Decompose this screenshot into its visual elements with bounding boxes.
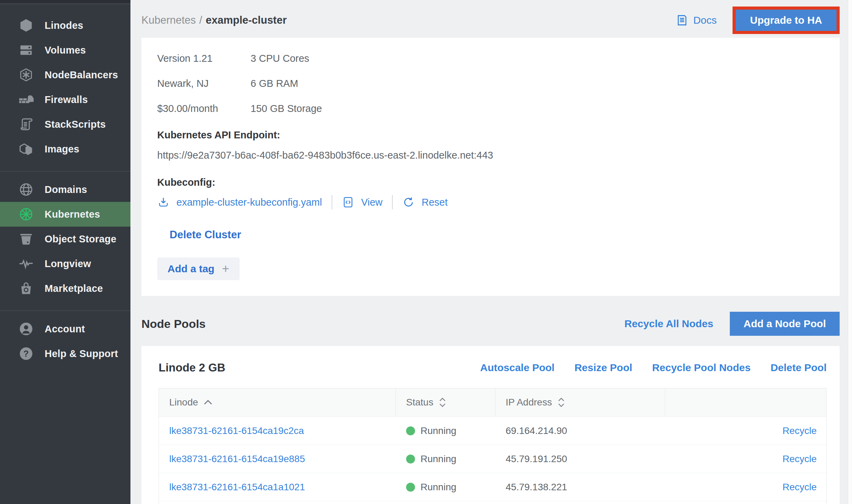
- images-icon: [18, 141, 34, 157]
- stackscript-icon: [18, 116, 34, 133]
- sidebar-item-nodebalancers[interactable]: NodeBalancers: [0, 62, 130, 87]
- column-header-actions: [665, 388, 826, 416]
- column-header-ip-address[interactable]: IP Address: [495, 388, 665, 416]
- account-icon: [18, 321, 34, 337]
- sidebar-top-strip: [0, 0, 130, 4]
- kubeconfig-download-link[interactable]: example-cluster-kubeconfig.yaml: [176, 197, 322, 208]
- nodebalancer-icon: [18, 67, 34, 83]
- node-action-cell: Recycle: [665, 482, 826, 493]
- status-running-dot: [406, 455, 415, 463]
- table-row: lke38731-62161-6154ca19c2ca Running 69.1…: [159, 416, 826, 445]
- page-header: Kubernetes/example-cluster Docs Upgrade …: [141, 0, 840, 33]
- node-link[interactable]: lke38731-62161-6154ca1a1021: [169, 482, 305, 492]
- recycle-all-nodes-link[interactable]: Recycle All Nodes: [624, 318, 713, 330]
- sidebar-item-kubernetes[interactable]: Kubernetes: [0, 202, 130, 227]
- recycle-node-link[interactable]: Recycle: [782, 454, 817, 464]
- node-pools-header: Node Pools Recycle All Nodes Add a Node …: [141, 312, 840, 336]
- sidebar-item-label: Kubernetes: [45, 209, 100, 220]
- sidebar-item-label: Volumes: [45, 45, 86, 56]
- sidebar-item-help-support[interactable]: ? Help & Support: [0, 341, 130, 366]
- status-label: Running: [421, 482, 456, 493]
- sidebar-item-object-storage[interactable]: Object Storage: [0, 227, 130, 251]
- node-link[interactable]: lke38731-62161-6154ca19c2ca: [169, 425, 304, 436]
- upgrade-to-ha-button[interactable]: Upgrade to HA: [736, 10, 837, 31]
- resize-pool-link[interactable]: Resize Pool: [574, 362, 632, 374]
- sidebar-item-marketplace[interactable]: Marketplace: [0, 276, 130, 301]
- sidebar-item-label: Linodes: [45, 20, 83, 31]
- table-row: lke38731-62161-6154ca1a1021 Running 45.7…: [159, 473, 826, 501]
- pool-header: Linode 2 GB Autoscale Pool Resize Pool R…: [159, 361, 827, 374]
- cluster-storage: 150 GB Storage: [251, 103, 824, 114]
- divider: [332, 195, 332, 209]
- sort-ascending-icon: [204, 400, 212, 405]
- node-action-cell: Recycle: [665, 425, 826, 436]
- marketplace-icon: [18, 280, 34, 297]
- recycle-pool-nodes-link[interactable]: Recycle Pool Nodes: [652, 362, 751, 374]
- pulse-icon: [18, 255, 34, 272]
- add-tag-label: Add a tag: [168, 263, 215, 275]
- api-endpoint-label: Kubernetes API Endpoint:: [157, 129, 824, 141]
- globe-icon: [18, 181, 34, 198]
- cluster-ram: 6 GB RAM: [251, 78, 824, 89]
- sidebar-item-volumes[interactable]: Volumes: [0, 38, 130, 62]
- column-label: Linode: [169, 397, 198, 408]
- pool-action-links: Autoscale Pool Resize Pool Recycle Pool …: [480, 362, 827, 374]
- sidebar: Linodes Volumes NodeBalancers Firewalls …: [0, 0, 130, 504]
- sidebar-item-linodes[interactable]: Linodes: [0, 13, 130, 38]
- sidebar-item-label: Help & Support: [45, 348, 118, 359]
- linode-icon: [18, 17, 34, 34]
- kubernetes-icon: [18, 206, 34, 222]
- sidebar-item-label: Firewalls: [45, 94, 88, 105]
- node-ip-cell: 45.79.138.221: [495, 482, 665, 493]
- sidebar-item-firewalls[interactable]: Firewalls: [0, 87, 130, 112]
- node-link[interactable]: lke38731-62161-6154ca19e885: [169, 454, 305, 464]
- add-node-pool-button[interactable]: Add a Node Pool: [730, 312, 840, 336]
- status-label: Running: [421, 454, 456, 465]
- bucket-icon: [18, 231, 34, 247]
- header-actions: Docs Upgrade to HA: [676, 7, 840, 34]
- recycle-node-link[interactable]: Recycle: [782, 425, 817, 436]
- node-pools-title: Node Pools: [141, 317, 206, 331]
- breadcrumb-current: example-cluster: [206, 14, 287, 26]
- node-name-cell: lke38731-62161-6154ca19c2ca: [159, 425, 396, 436]
- annotation-highlight-box: Upgrade to HA: [733, 7, 840, 34]
- node-name-cell: lke38731-62161-6154ca1a1021: [159, 482, 396, 493]
- sidebar-group-account: Account ? Help & Support: [0, 310, 130, 366]
- recycle-node-link[interactable]: Recycle: [782, 482, 817, 492]
- add-tag-button[interactable]: Add a tag +: [157, 257, 240, 280]
- kubeconfig-view-link[interactable]: View: [361, 197, 382, 208]
- cluster-summary-panel: Version 1.21 3 CPU Cores Newark, NJ 6 GB…: [141, 38, 840, 296]
- sidebar-item-label: Marketplace: [45, 283, 103, 294]
- delete-pool-link[interactable]: Delete Pool: [771, 362, 827, 374]
- volumes-icon: [18, 42, 34, 58]
- cluster-version: Version 1.21: [157, 53, 251, 64]
- page-scrollbar-track[interactable]: [848, 0, 852, 504]
- breadcrumb-separator: /: [199, 14, 203, 26]
- help-icon: ?: [18, 345, 34, 362]
- delete-cluster-link[interactable]: Delete Cluster: [170, 229, 241, 241]
- download-icon: [157, 196, 170, 208]
- breadcrumb-section[interactable]: Kubernetes: [141, 14, 196, 26]
- cluster-price: $30.00/month: [157, 103, 251, 114]
- cluster-cpu: 3 CPU Cores: [251, 53, 824, 64]
- sidebar-item-domains[interactable]: Domains: [0, 177, 130, 202]
- node-pools-actions: Recycle All Nodes Add a Node Pool: [624, 312, 840, 336]
- node-name-cell: lke38731-62161-6154ca19e885: [159, 454, 396, 465]
- main-content: Kubernetes/example-cluster Docs Upgrade …: [130, 0, 848, 504]
- sidebar-group-services: Domains Kubernetes Object Storage Longvi…: [0, 171, 130, 301]
- sidebar-item-longview[interactable]: Longview: [0, 251, 130, 276]
- kubeconfig-label: Kubeconfig:: [157, 177, 824, 188]
- sidebar-item-account[interactable]: Account: [0, 317, 130, 341]
- sidebar-item-stackscripts[interactable]: StackScripts: [0, 112, 130, 137]
- sidebar-item-label: Account: [45, 323, 85, 335]
- docs-icon: [676, 14, 689, 27]
- autoscale-pool-link[interactable]: Autoscale Pool: [480, 362, 555, 374]
- column-header-status[interactable]: Status: [396, 388, 495, 416]
- kubeconfig-reset-link[interactable]: Reset: [422, 197, 448, 208]
- docs-link[interactable]: Docs: [676, 14, 717, 27]
- sidebar-item-label: StackScripts: [45, 119, 106, 130]
- column-header-linode[interactable]: Linode: [159, 388, 396, 416]
- plus-icon: +: [222, 264, 229, 274]
- sidebar-item-images[interactable]: Images: [0, 137, 130, 161]
- node-action-cell: Recycle: [665, 454, 826, 465]
